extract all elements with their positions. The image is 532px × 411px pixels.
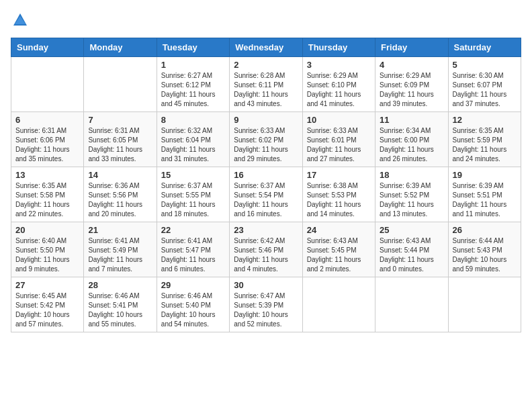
day-info: Sunrise: 6:43 AM Sunset: 5:44 PM Dayligh… [380, 236, 443, 274]
day-info: Sunrise: 6:31 AM Sunset: 6:05 PM Dayligh… [88, 126, 152, 164]
day-number: 27 [15, 280, 79, 290]
calendar-cell: 12Sunrise: 6:35 AM Sunset: 5:59 PM Dayli… [448, 112, 521, 167]
calendar-header-sunday: Sunday [11, 38, 84, 57]
calendar-cell [448, 277, 521, 332]
calendar-cell: 4Sunrise: 6:29 AM Sunset: 6:09 PM Daylig… [375, 57, 448, 112]
day-number: 17 [307, 170, 371, 180]
calendar-week-row: 20Sunrise: 6:40 AM Sunset: 5:50 PM Dayli… [11, 222, 521, 277]
day-info: Sunrise: 6:41 AM Sunset: 5:49 PM Dayligh… [88, 236, 152, 274]
day-number: 19 [453, 170, 517, 180]
logo-icon [11, 11, 30, 30]
calendar-cell: 24Sunrise: 6:43 AM Sunset: 5:45 PM Dayli… [302, 222, 375, 277]
day-number: 1 [161, 60, 225, 70]
calendar-cell: 20Sunrise: 6:40 AM Sunset: 5:50 PM Dayli… [11, 222, 84, 277]
day-info: Sunrise: 6:45 AM Sunset: 5:42 PM Dayligh… [15, 291, 79, 329]
day-number: 20 [15, 225, 79, 235]
day-number: 28 [88, 280, 152, 290]
calendar-cell: 13Sunrise: 6:35 AM Sunset: 5:58 PM Dayli… [11, 167, 84, 222]
day-info: Sunrise: 6:38 AM Sunset: 5:53 PM Dayligh… [307, 181, 371, 219]
day-info: Sunrise: 6:46 AM Sunset: 5:41 PM Dayligh… [88, 291, 152, 329]
day-info: Sunrise: 6:42 AM Sunset: 5:46 PM Dayligh… [234, 236, 298, 274]
day-number: 25 [380, 225, 443, 235]
calendar-cell: 2Sunrise: 6:28 AM Sunset: 6:11 PM Daylig… [230, 57, 302, 112]
day-info: Sunrise: 6:39 AM Sunset: 5:52 PM Dayligh… [380, 181, 443, 219]
day-number: 15 [161, 170, 225, 180]
calendar-header-friday: Friday [375, 38, 448, 57]
day-number: 23 [234, 225, 298, 235]
calendar-cell: 26Sunrise: 6:44 AM Sunset: 5:43 PM Dayli… [448, 222, 521, 277]
calendar-cell [302, 277, 375, 332]
calendar-cell: 15Sunrise: 6:37 AM Sunset: 5:55 PM Dayli… [157, 167, 229, 222]
calendar-cell: 3Sunrise: 6:29 AM Sunset: 6:10 PM Daylig… [302, 57, 375, 112]
calendar-cell: 29Sunrise: 6:46 AM Sunset: 5:40 PM Dayli… [157, 277, 229, 332]
calendar-header-saturday: Saturday [448, 38, 521, 57]
day-info: Sunrise: 6:30 AM Sunset: 6:07 PM Dayligh… [453, 71, 517, 109]
day-info: Sunrise: 6:33 AM Sunset: 6:02 PM Dayligh… [234, 126, 298, 164]
day-number: 29 [161, 280, 225, 290]
day-number: 18 [380, 170, 443, 180]
calendar-cell: 17Sunrise: 6:38 AM Sunset: 5:53 PM Dayli… [302, 167, 375, 222]
day-number: 8 [161, 115, 225, 125]
day-number: 16 [234, 170, 298, 180]
calendar-week-row: 1Sunrise: 6:27 AM Sunset: 6:12 PM Daylig… [11, 57, 521, 112]
calendar-cell: 5Sunrise: 6:30 AM Sunset: 6:07 PM Daylig… [448, 57, 521, 112]
day-info: Sunrise: 6:41 AM Sunset: 5:47 PM Dayligh… [161, 236, 225, 274]
day-number: 4 [380, 60, 443, 70]
day-info: Sunrise: 6:37 AM Sunset: 5:55 PM Dayligh… [161, 181, 225, 219]
day-number: 22 [161, 225, 225, 235]
svg-marker-1 [15, 16, 26, 24]
day-number: 14 [88, 170, 152, 180]
calendar-cell: 11Sunrise: 6:34 AM Sunset: 6:00 PM Dayli… [375, 112, 448, 167]
calendar-cell: 8Sunrise: 6:32 AM Sunset: 6:04 PM Daylig… [157, 112, 229, 167]
calendar-header-row: SundayMondayTuesdayWednesdayThursdayFrid… [11, 38, 521, 57]
day-number: 24 [307, 225, 371, 235]
calendar-header-thursday: Thursday [302, 38, 375, 57]
calendar-cell [11, 57, 84, 112]
calendar-header-monday: Monday [84, 38, 157, 57]
day-info: Sunrise: 6:29 AM Sunset: 6:10 PM Dayligh… [307, 71, 371, 109]
day-info: Sunrise: 6:35 AM Sunset: 5:59 PM Dayligh… [453, 126, 517, 164]
day-number: 2 [234, 60, 298, 70]
calendar-cell: 19Sunrise: 6:39 AM Sunset: 5:51 PM Dayli… [448, 167, 521, 222]
calendar-header-tuesday: Tuesday [157, 38, 229, 57]
day-number: 6 [15, 115, 79, 125]
calendar-cell: 16Sunrise: 6:37 AM Sunset: 5:54 PM Dayli… [230, 167, 302, 222]
day-number: 7 [88, 115, 152, 125]
calendar-cell: 9Sunrise: 6:33 AM Sunset: 6:02 PM Daylig… [230, 112, 302, 167]
day-number: 21 [88, 225, 152, 235]
calendar-cell: 7Sunrise: 6:31 AM Sunset: 6:05 PM Daylig… [84, 112, 157, 167]
day-info: Sunrise: 6:36 AM Sunset: 5:56 PM Dayligh… [88, 181, 152, 219]
calendar-week-row: 13Sunrise: 6:35 AM Sunset: 5:58 PM Dayli… [11, 167, 521, 222]
day-number: 9 [234, 115, 298, 125]
calendar-cell: 22Sunrise: 6:41 AM Sunset: 5:47 PM Dayli… [157, 222, 229, 277]
day-info: Sunrise: 6:34 AM Sunset: 6:00 PM Dayligh… [380, 126, 443, 164]
day-info: Sunrise: 6:33 AM Sunset: 6:01 PM Dayligh… [307, 126, 371, 164]
calendar-cell [84, 57, 157, 112]
calendar-cell: 27Sunrise: 6:45 AM Sunset: 5:42 PM Dayli… [11, 277, 84, 332]
day-info: Sunrise: 6:31 AM Sunset: 6:06 PM Dayligh… [15, 126, 79, 164]
day-info: Sunrise: 6:46 AM Sunset: 5:40 PM Dayligh… [161, 291, 225, 329]
day-info: Sunrise: 6:47 AM Sunset: 5:39 PM Dayligh… [234, 291, 298, 329]
calendar-header-wednesday: Wednesday [230, 38, 302, 57]
calendar-cell: 28Sunrise: 6:46 AM Sunset: 5:41 PM Dayli… [84, 277, 157, 332]
calendar-week-row: 6Sunrise: 6:31 AM Sunset: 6:06 PM Daylig… [11, 112, 521, 167]
day-info: Sunrise: 6:28 AM Sunset: 6:11 PM Dayligh… [234, 71, 298, 109]
calendar-cell [375, 277, 448, 332]
calendar-cell: 21Sunrise: 6:41 AM Sunset: 5:49 PM Dayli… [84, 222, 157, 277]
calendar-cell: 23Sunrise: 6:42 AM Sunset: 5:46 PM Dayli… [230, 222, 302, 277]
page-header [11, 11, 521, 30]
day-info: Sunrise: 6:32 AM Sunset: 6:04 PM Dayligh… [161, 126, 225, 164]
day-number: 5 [453, 60, 517, 70]
day-info: Sunrise: 6:37 AM Sunset: 5:54 PM Dayligh… [234, 181, 298, 219]
day-number: 30 [234, 280, 298, 290]
day-info: Sunrise: 6:35 AM Sunset: 5:58 PM Dayligh… [15, 181, 79, 219]
calendar-cell: 1Sunrise: 6:27 AM Sunset: 6:12 PM Daylig… [157, 57, 229, 112]
calendar-cell: 25Sunrise: 6:43 AM Sunset: 5:44 PM Dayli… [375, 222, 448, 277]
day-number: 11 [380, 115, 443, 125]
day-info: Sunrise: 6:40 AM Sunset: 5:50 PM Dayligh… [15, 236, 79, 274]
day-number: 26 [453, 225, 517, 235]
day-info: Sunrise: 6:27 AM Sunset: 6:12 PM Dayligh… [161, 71, 225, 109]
day-info: Sunrise: 6:44 AM Sunset: 5:43 PM Dayligh… [453, 236, 517, 274]
calendar-cell: 6Sunrise: 6:31 AM Sunset: 6:06 PM Daylig… [11, 112, 84, 167]
day-number: 10 [307, 115, 371, 125]
